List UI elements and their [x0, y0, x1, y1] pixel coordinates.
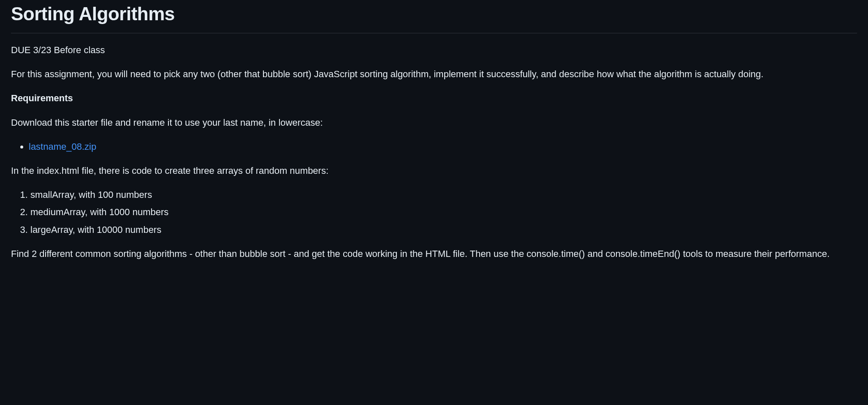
find-algorithms-paragraph: Find 2 different common sorting algorith…: [11, 246, 857, 261]
page-title: Sorting Algorithms: [11, 0, 857, 33]
list-item: lastname_08.zip: [29, 139, 857, 154]
list-item: mediumArray, with 1000 numbers: [30, 205, 857, 219]
list-item: smallArray, with 100 numbers: [30, 187, 857, 202]
requirements-label: Requirements: [11, 93, 73, 103]
starter-file-link[interactable]: lastname_08.zip: [29, 141, 96, 152]
requirements-heading: Requirements: [11, 91, 857, 105]
index-file-description: In the index.html file, there is code to…: [11, 163, 857, 178]
due-date-text: DUE 3/23 Before class: [11, 43, 857, 57]
arrays-list: smallArray, with 100 numbers mediumArray…: [11, 187, 857, 237]
intro-paragraph: For this assignment, you will need to pi…: [11, 67, 857, 81]
starter-file-list: lastname_08.zip: [11, 139, 857, 154]
list-item: largeArray, with 10000 numbers: [30, 222, 857, 237]
download-instruction: Download this starter file and rename it…: [11, 115, 857, 130]
